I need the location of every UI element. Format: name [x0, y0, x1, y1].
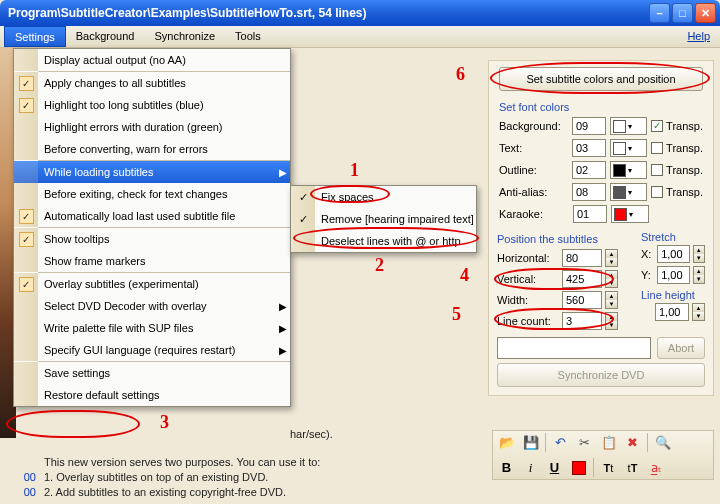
- maximize-button[interactable]: □: [672, 3, 693, 23]
- pos-linecount-val[interactable]: 3: [562, 312, 602, 330]
- spinner-icon[interactable]: ▲▼: [693, 266, 705, 284]
- spinner-icon[interactable]: ▲▼: [692, 303, 705, 321]
- spinner-icon[interactable]: ▲▼: [605, 270, 618, 288]
- annotation-6: 6: [456, 64, 465, 85]
- menubar: Settings Background Synchronize Tools He…: [0, 26, 720, 48]
- titlebar: Program\SubtitleCreator\Examples\Subtitl…: [0, 0, 720, 26]
- menu-tools[interactable]: Tools: [225, 26, 271, 47]
- menu-item-restore-default[interactable]: Restore default settings: [14, 384, 290, 406]
- list-item: 001. Overlay subtitles on top of an exis…: [16, 470, 320, 485]
- lineheight-row: 1,00▲▼: [641, 301, 705, 322]
- row-background: Background: 09 ▾ ✓Transp.: [489, 115, 713, 137]
- paste-icon[interactable]: 📋: [599, 433, 618, 452]
- spinner-icon[interactable]: ▲▼: [605, 249, 618, 267]
- case-up-icon[interactable]: tT: [623, 458, 642, 477]
- outline-transp[interactable]: Transp.: [651, 164, 703, 176]
- abort-button[interactable]: Abort: [657, 337, 705, 359]
- check-icon: ✓: [19, 76, 34, 91]
- submenu-deselect-http[interactable]: Deselect lines with @ or http: [291, 230, 476, 252]
- right-panel: Set subtitle colors and position Set fon…: [488, 60, 714, 396]
- menu-background[interactable]: Background: [66, 26, 145, 47]
- save-icon[interactable]: 💾: [521, 433, 540, 452]
- bg-swatch[interactable]: ▾: [610, 117, 648, 135]
- karaoke-num[interactable]: 01: [573, 205, 607, 223]
- menu-item-highlight-errors[interactable]: Highlight errors with duration (green): [14, 116, 290, 138]
- aa-swatch[interactable]: ▾: [610, 183, 648, 201]
- set-colors-label: Set subtitle colors and position: [526, 73, 675, 85]
- annotation-5: 5: [452, 304, 461, 325]
- stretch-y-val[interactable]: 1,00: [657, 266, 689, 284]
- spinner-icon[interactable]: ▲▼: [693, 245, 705, 263]
- spinner-icon[interactable]: ▲▼: [605, 291, 618, 309]
- menu-item-select-decoder[interactable]: Select DVD Decoder with overlay▶: [14, 295, 290, 317]
- italic-icon[interactable]: i: [521, 458, 540, 477]
- menu-item-gui-lang[interactable]: Specify GUI language (requires restart)▶: [14, 339, 290, 361]
- stretch-y: Y:1,00▲▼: [641, 264, 705, 285]
- annotation-2: 2: [375, 255, 384, 276]
- pos-title: Position the subtitles: [497, 231, 633, 247]
- text-input[interactable]: [497, 337, 651, 359]
- menu-settings[interactable]: Settings: [4, 26, 66, 47]
- case-down-icon[interactable]: Tt: [599, 458, 618, 477]
- underline-icon[interactable]: U: [545, 458, 564, 477]
- pos-width-val[interactable]: 560: [562, 291, 602, 309]
- open-icon[interactable]: 📂: [497, 433, 516, 452]
- karaoke-swatch[interactable]: ▾: [611, 205, 649, 223]
- text-input-row: Abort: [497, 337, 705, 359]
- list-item: 002. Add subtitles to an existing copyri…: [16, 485, 320, 500]
- menu-help[interactable]: Help: [677, 26, 720, 47]
- pos-width: Width:560▲▼: [497, 289, 633, 310]
- bottom-text: This new version serves two purposes. Yo…: [16, 455, 320, 500]
- lineheight-title: Line height: [641, 285, 705, 301]
- color-icon[interactable]: [569, 458, 588, 477]
- caps-icon[interactable]: a̲ₜ: [647, 458, 666, 477]
- check-icon: ✓: [299, 191, 308, 204]
- pos-horz-val[interactable]: 80: [562, 249, 602, 267]
- menu-item-display-actual[interactable]: Display actual output (no AA): [14, 49, 290, 71]
- text-num[interactable]: 03: [572, 139, 606, 157]
- menu-item-write-palette[interactable]: Write palette file with SUP files▶: [14, 317, 290, 339]
- pos-vert-val[interactable]: 425: [562, 270, 602, 288]
- menu-item-while-loading[interactable]: While loading subtitles▶: [14, 161, 290, 183]
- menu-item-highlight-long[interactable]: ✓Highlight too long subtitles (blue): [14, 94, 290, 116]
- search-icon[interactable]: 🔍: [653, 433, 672, 452]
- menu-item-overlay[interactable]: ✓Overlay subtitles (experimental): [14, 273, 290, 295]
- menu-item-apply-changes[interactable]: ✓Apply changes to all subtitles: [14, 72, 290, 94]
- cut-icon[interactable]: ✂: [575, 433, 594, 452]
- undo-icon[interactable]: ↶: [551, 433, 570, 452]
- set-colors-button[interactable]: Set subtitle colors and position: [499, 67, 703, 91]
- text-swatch[interactable]: ▾: [610, 139, 648, 157]
- row-antialias: Anti-alias: 08 ▾ Transp.: [489, 181, 713, 203]
- pos-linecount: Line count:3▲▼: [497, 310, 633, 331]
- close-button[interactable]: ✕: [695, 3, 716, 23]
- outline-swatch[interactable]: ▾: [610, 161, 648, 179]
- charsec-text: har/sec).: [290, 428, 333, 440]
- row-karaoke: Karaoke: 01 ▾: [489, 203, 713, 225]
- sync-button[interactable]: Synchronize DVD: [497, 363, 705, 387]
- bg-num[interactable]: 09: [572, 117, 606, 135]
- bg-transp[interactable]: ✓Transp.: [651, 120, 703, 132]
- lineheight-val[interactable]: 1,00: [655, 303, 689, 321]
- menu-item-save-settings[interactable]: Save settings: [14, 362, 290, 384]
- aa-num[interactable]: 08: [572, 183, 606, 201]
- format-toolbar: 📂 💾 ↶ ✂ 📋 ✖ 🔍 B i U Tt tT a̲ₜ: [492, 430, 714, 480]
- stretch-title: Stretch: [641, 231, 705, 243]
- minimize-button[interactable]: –: [649, 3, 670, 23]
- outline-num[interactable]: 02: [572, 161, 606, 179]
- aa-transp[interactable]: Transp.: [651, 186, 703, 198]
- delete-icon[interactable]: ✖: [623, 433, 642, 452]
- bold-icon[interactable]: B: [497, 458, 516, 477]
- check-icon: ✓: [19, 232, 34, 247]
- menu-item-auto-load[interactable]: ✓Automatically load last used subtitle f…: [14, 205, 290, 227]
- submenu-fix-spaces[interactable]: ✓Fix spaces: [291, 186, 476, 208]
- menu-item-tooltips[interactable]: ✓Show tooltips: [14, 228, 290, 250]
- submenu-remove-hearing[interactable]: ✓Remove [hearing impaired text]: [291, 208, 476, 230]
- menu-item-frame-markers[interactable]: Show frame markers: [14, 250, 290, 272]
- text-transp[interactable]: Transp.: [651, 142, 703, 154]
- menu-item-before-exit[interactable]: Before exiting, check for text changes: [14, 183, 290, 205]
- spinner-icon[interactable]: ▲▼: [605, 312, 618, 330]
- menu-synchronize[interactable]: Synchronize: [144, 26, 225, 47]
- stretch-x-val[interactable]: 1,00: [657, 245, 689, 263]
- menu-item-warn-errors[interactable]: Before converting, warn for errors: [14, 138, 290, 160]
- stretch-x: X:1,00▲▼: [641, 243, 705, 264]
